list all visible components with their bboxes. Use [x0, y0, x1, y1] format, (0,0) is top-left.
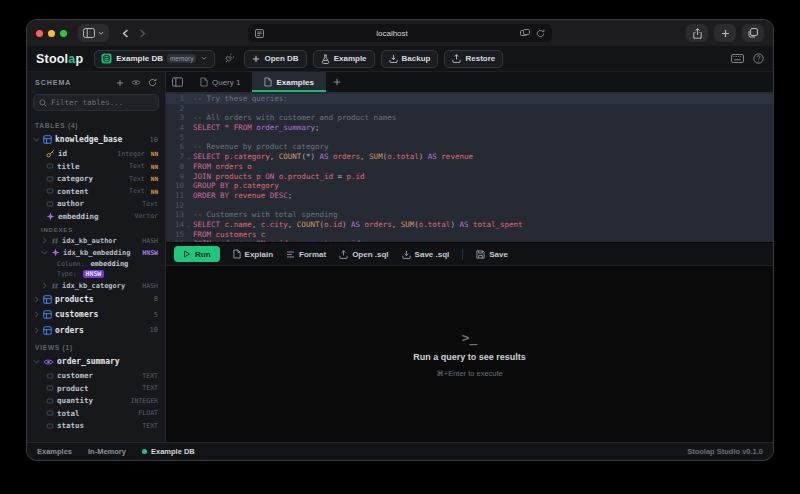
eye-icon[interactable]: [131, 78, 141, 87]
editor-line-8[interactable]: 8 FROM orders o: [166, 162, 773, 172]
save-sql-button[interactable]: Save .sql: [402, 250, 450, 259]
browser-sidebar-toggle-button[interactable]: [78, 24, 109, 42]
column-row-category[interactable]: category Text NN: [27, 173, 165, 186]
sql-editor[interactable]: 1 -- Try these queries: 2 3 -- All order…: [166, 92, 773, 242]
open-db-button[interactable]: Open DB: [244, 50, 306, 68]
fullscreen-window-button[interactable]: [60, 30, 67, 37]
editor-line-4[interactable]: 4 SELECT * FROM order_summary;: [166, 123, 773, 133]
connection-status-dot: [142, 449, 147, 454]
editor-line-13[interactable]: 13 -- Customers with total spending: [166, 210, 773, 220]
chevron-down-icon[interactable]: [32, 136, 40, 143]
chevron-right-icon[interactable]: [40, 282, 48, 289]
field-icon: [46, 200, 54, 208]
help-icon[interactable]: [753, 53, 764, 64]
site-settings-icon[interactable]: [520, 29, 530, 37]
database-selector[interactable]: Example DB memory: [94, 50, 215, 68]
editor-line-10[interactable]: 10 GROUP BY p.category: [166, 181, 773, 191]
view-row-order-summary[interactable]: order_summary: [27, 354, 165, 370]
run-button[interactable]: Run: [174, 246, 220, 262]
minimize-window-button[interactable]: [48, 30, 55, 37]
back-button[interactable]: [122, 29, 129, 38]
filter-tables-input[interactable]: [51, 98, 153, 107]
keyboard-shortcuts-icon[interactable]: [731, 54, 744, 63]
add-icon[interactable]: [116, 78, 124, 87]
column-row-customer[interactable]: customer TEXT: [27, 370, 165, 383]
reader-view-icon[interactable]: [255, 29, 264, 38]
table-row-customers[interactable]: customers5: [27, 307, 165, 323]
fold-gutter: [184, 230, 193, 240]
column-row-product[interactable]: product TEXT: [27, 382, 165, 395]
editor-line-3[interactable]: 3 -- All orders with customer and produc…: [166, 113, 773, 123]
table-row-orders[interactable]: orders10: [27, 323, 165, 339]
open-sql-button[interactable]: Open .sql: [339, 250, 388, 259]
column-row-total[interactable]: total FLOAT: [27, 407, 165, 420]
editor-line-14[interactable]: 14 ⌄ SELECT c.name, c.city, COUNT(o.id) …: [166, 220, 773, 230]
column-type: Text: [129, 187, 145, 195]
table-row-products[interactable]: products8: [27, 292, 165, 308]
tab-query-1[interactable]: Query 1: [188, 72, 252, 92]
tab-examples[interactable]: Examples: [252, 72, 325, 92]
close-window-button[interactable]: [36, 30, 43, 37]
table-row-knowledge-base[interactable]: knowledge_base10: [27, 132, 165, 148]
editor-line-1[interactable]: 1 -- Try these queries:: [166, 94, 773, 104]
editor-line-7[interactable]: 7 ⌄ SELECT p.category, COUNT(*) AS order…: [166, 152, 773, 162]
index-row-idx-kb-embedding[interactable]: idx_kb_embedding HNSW: [27, 247, 165, 259]
tab-overview-button[interactable]: [742, 24, 764, 42]
index-type: HASH: [142, 237, 158, 245]
editor-line-9[interactable]: 9 JOIN products p ON o.product_id = p.id: [166, 172, 773, 182]
share-button[interactable]: [686, 24, 708, 42]
column-row-status[interactable]: status TEXT: [27, 420, 165, 433]
explain-button[interactable]: Explain: [233, 249, 273, 259]
column-row-quantity[interactable]: quantity INTEGER: [27, 395, 165, 408]
format-button[interactable]: Format: [286, 250, 326, 259]
database-icon: [101, 53, 112, 64]
column-type: TEXT: [142, 372, 158, 380]
column-type: TEXT: [142, 422, 158, 430]
restore-button[interactable]: Restore: [444, 50, 503, 68]
connection-plug-icon[interactable]: [224, 53, 235, 64]
schema-tree: TABLES (4) knowledge_base10 id Integer N…: [27, 115, 165, 442]
row-count: 8: [154, 295, 158, 303]
editor-line-11[interactable]: 11 ORDER BY revenue DESC;: [166, 191, 773, 201]
column-row-id[interactable]: id Integer NN: [27, 148, 165, 161]
window-controls: [36, 30, 67, 37]
editor-line-12[interactable]: 12: [166, 201, 773, 211]
forward-button[interactable]: [139, 29, 146, 38]
index-row-idx-kb-author[interactable]: idx_kb_author HASH: [27, 235, 165, 247]
app-version: Stoolap Studio v0.1.0: [687, 447, 763, 456]
save-button[interactable]: Save: [476, 250, 508, 259]
sparkle-icon: [46, 212, 55, 221]
fold-gutter: [184, 94, 193, 104]
fold-chevron-icon[interactable]: ⌄: [184, 152, 193, 162]
refresh-icon[interactable]: [148, 78, 157, 87]
new-tab-button[interactable]: [714, 24, 736, 42]
column-row-embedding[interactable]: embedding Vector: [27, 210, 165, 223]
column-type: INTEGER: [131, 397, 158, 405]
editor-line-15[interactable]: 15 FROM customers c: [166, 230, 773, 240]
fold-gutter: [184, 133, 193, 143]
chevron-right-icon[interactable]: [32, 311, 40, 318]
address-bar[interactable]: localhost: [248, 24, 552, 42]
chevron-right-icon[interactable]: [32, 327, 40, 334]
column-row-author[interactable]: author Text: [27, 198, 165, 211]
index-row-idx-kb-category[interactable]: idx_kb_category HASH: [27, 280, 165, 292]
editor-line-6[interactable]: 6 -- Revenue by product category: [166, 142, 773, 152]
column-row-title[interactable]: title Text NN: [27, 160, 165, 173]
toggle-sidebar-button[interactable]: [166, 72, 188, 92]
editor-line-2[interactable]: 2: [166, 104, 773, 114]
fold-gutter: [184, 142, 193, 152]
column-type: Text: [142, 200, 158, 208]
reload-icon[interactable]: [536, 29, 545, 38]
chevron-down-icon[interactable]: [32, 358, 40, 365]
fold-chevron-icon[interactable]: ⌄: [184, 220, 193, 230]
column-row-content[interactable]: content Text NN: [27, 185, 165, 198]
chevron-right-icon[interactable]: [40, 237, 48, 244]
chevron-right-icon[interactable]: [32, 296, 40, 303]
editor-line-5[interactable]: 5: [166, 133, 773, 143]
backup-button[interactable]: Backup: [381, 50, 439, 68]
database-name: Example DB: [116, 54, 163, 63]
row-count: 10: [150, 326, 158, 334]
example-button[interactable]: Example: [313, 50, 375, 68]
chevron-down-icon[interactable]: [40, 249, 48, 256]
new-query-tab-button[interactable]: [326, 72, 348, 92]
